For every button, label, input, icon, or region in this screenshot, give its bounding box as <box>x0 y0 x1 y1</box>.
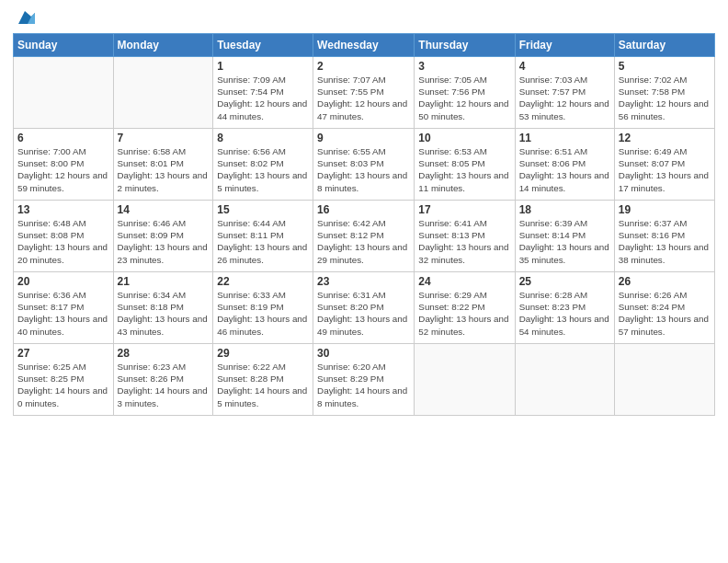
day-number: 8 <box>217 132 309 144</box>
week-row-2: 6Sunrise: 7:00 AM Sunset: 8:00 PM Daylig… <box>14 129 715 201</box>
day-cell <box>614 344 714 416</box>
weekday-wednesday: Wednesday <box>313 34 415 57</box>
day-number: 24 <box>418 275 510 288</box>
day-info: Sunrise: 7:09 AM Sunset: 7:54 PM Dayligh… <box>217 74 309 122</box>
day-number: 5 <box>619 60 711 73</box>
day-info: Sunrise: 6:53 AM Sunset: 8:05 PM Dayligh… <box>418 145 510 194</box>
day-cell: 12Sunrise: 6:49 AM Sunset: 8:07 PM Dayli… <box>614 129 714 201</box>
weekday-monday: Monday <box>113 34 213 57</box>
day-cell: 26Sunrise: 6:26 AM Sunset: 8:24 PM Dayli… <box>614 272 714 344</box>
day-cell: 18Sunrise: 6:39 AM Sunset: 8:14 PM Dayli… <box>515 201 614 272</box>
weekday-header-row: SundayMondayTuesdayWednesdayThursdayFrid… <box>14 34 715 57</box>
day-cell: 24Sunrise: 6:29 AM Sunset: 8:22 PM Dayli… <box>415 272 515 344</box>
day-info: Sunrise: 6:20 AM Sunset: 8:29 PM Dayligh… <box>317 361 410 409</box>
weekday-saturday: Saturday <box>614 34 714 57</box>
day-number: 1 <box>217 60 309 73</box>
day-number: 11 <box>519 132 610 144</box>
weekday-tuesday: Tuesday <box>213 34 313 57</box>
day-cell: 4Sunrise: 7:03 AM Sunset: 7:57 PM Daylig… <box>515 57 614 129</box>
day-number: 22 <box>217 275 309 288</box>
day-info: Sunrise: 6:48 AM Sunset: 8:08 PM Dayligh… <box>17 217 109 266</box>
day-number: 18 <box>519 203 610 216</box>
header <box>13 9 715 28</box>
day-cell: 21Sunrise: 6:34 AM Sunset: 8:18 PM Dayli… <box>113 272 213 344</box>
day-cell: 7Sunrise: 6:58 AM Sunset: 8:01 PM Daylig… <box>113 129 213 201</box>
day-info: Sunrise: 7:00 AM Sunset: 8:00 PM Dayligh… <box>17 145 109 194</box>
day-info: Sunrise: 6:25 AM Sunset: 8:25 PM Dayligh… <box>17 361 109 409</box>
day-number: 2 <box>317 60 410 73</box>
day-cell: 27Sunrise: 6:25 AM Sunset: 8:25 PM Dayli… <box>14 344 114 416</box>
day-info: Sunrise: 6:41 AM Sunset: 8:13 PM Dayligh… <box>418 217 510 266</box>
day-cell: 14Sunrise: 6:46 AM Sunset: 8:09 PM Dayli… <box>113 201 213 272</box>
week-row-5: 27Sunrise: 6:25 AM Sunset: 8:25 PM Dayli… <box>14 344 715 416</box>
calendar: SundayMondayTuesdayWednesdayThursdayFrid… <box>13 33 715 416</box>
day-info: Sunrise: 6:33 AM Sunset: 8:19 PM Dayligh… <box>217 289 309 338</box>
day-info: Sunrise: 6:51 AM Sunset: 8:06 PM Dayligh… <box>519 145 610 194</box>
logo-icon <box>15 7 35 28</box>
day-info: Sunrise: 6:55 AM Sunset: 8:03 PM Dayligh… <box>317 145 410 194</box>
day-info: Sunrise: 6:23 AM Sunset: 8:26 PM Dayligh… <box>118 361 210 409</box>
day-cell <box>515 344 614 416</box>
day-number: 27 <box>17 347 109 360</box>
weekday-thursday: Thursday <box>415 34 515 57</box>
day-cell: 8Sunrise: 6:56 AM Sunset: 8:02 PM Daylig… <box>213 129 313 201</box>
day-cell: 13Sunrise: 6:48 AM Sunset: 8:08 PM Dayli… <box>14 201 114 272</box>
day-cell: 28Sunrise: 6:23 AM Sunset: 8:26 PM Dayli… <box>113 344 213 416</box>
day-cell: 25Sunrise: 6:28 AM Sunset: 8:23 PM Dayli… <box>515 272 614 344</box>
day-info: Sunrise: 6:34 AM Sunset: 8:18 PM Dayligh… <box>118 289 210 338</box>
day-number: 9 <box>317 132 410 144</box>
day-number: 28 <box>118 347 210 360</box>
day-number: 25 <box>519 275 610 288</box>
day-cell: 23Sunrise: 6:31 AM Sunset: 8:20 PM Dayli… <box>313 272 415 344</box>
week-row-1: 1Sunrise: 7:09 AM Sunset: 7:54 PM Daylig… <box>14 57 715 129</box>
day-cell <box>113 57 213 129</box>
day-number: 3 <box>418 60 510 73</box>
day-number: 26 <box>619 275 711 288</box>
day-number: 14 <box>118 203 210 216</box>
day-number: 15 <box>217 203 309 216</box>
day-number: 23 <box>317 275 410 288</box>
day-cell: 5Sunrise: 7:02 AM Sunset: 7:58 PM Daylig… <box>614 57 714 129</box>
day-cell: 2Sunrise: 7:07 AM Sunset: 7:55 PM Daylig… <box>313 57 415 129</box>
day-info: Sunrise: 6:58 AM Sunset: 8:01 PM Dayligh… <box>118 145 210 194</box>
day-number: 16 <box>317 203 410 216</box>
day-info: Sunrise: 7:03 AM Sunset: 7:57 PM Dayligh… <box>519 74 610 122</box>
day-info: Sunrise: 6:22 AM Sunset: 8:28 PM Dayligh… <box>217 361 309 409</box>
day-number: 10 <box>418 132 510 144</box>
day-info: Sunrise: 6:28 AM Sunset: 8:23 PM Dayligh… <box>519 289 610 338</box>
day-info: Sunrise: 6:49 AM Sunset: 8:07 PM Dayligh… <box>619 145 711 194</box>
day-cell: 30Sunrise: 6:20 AM Sunset: 8:29 PM Dayli… <box>313 344 415 416</box>
day-info: Sunrise: 7:07 AM Sunset: 7:55 PM Dayligh… <box>317 74 410 122</box>
day-cell: 29Sunrise: 6:22 AM Sunset: 8:28 PM Dayli… <box>213 344 313 416</box>
day-number: 20 <box>17 275 109 288</box>
day-cell: 1Sunrise: 7:09 AM Sunset: 7:54 PM Daylig… <box>213 57 313 129</box>
day-number: 12 <box>619 132 711 144</box>
day-number: 30 <box>317 347 410 360</box>
day-info: Sunrise: 7:05 AM Sunset: 7:56 PM Dayligh… <box>418 74 510 122</box>
weekday-friday: Friday <box>515 34 614 57</box>
week-row-3: 13Sunrise: 6:48 AM Sunset: 8:08 PM Dayli… <box>14 201 715 272</box>
day-number: 29 <box>217 347 309 360</box>
day-info: Sunrise: 6:56 AM Sunset: 8:02 PM Dayligh… <box>217 145 309 194</box>
day-cell <box>415 344 515 416</box>
day-cell: 9Sunrise: 6:55 AM Sunset: 8:03 PM Daylig… <box>313 129 415 201</box>
day-info: Sunrise: 6:31 AM Sunset: 8:20 PM Dayligh… <box>317 289 410 338</box>
day-cell: 20Sunrise: 6:36 AM Sunset: 8:17 PM Dayli… <box>14 272 114 344</box>
day-cell: 10Sunrise: 6:53 AM Sunset: 8:05 PM Dayli… <box>415 129 515 201</box>
day-number: 4 <box>519 60 610 73</box>
day-info: Sunrise: 6:37 AM Sunset: 8:16 PM Dayligh… <box>619 217 711 266</box>
day-info: Sunrise: 6:26 AM Sunset: 8:24 PM Dayligh… <box>619 289 711 338</box>
day-cell: 17Sunrise: 6:41 AM Sunset: 8:13 PM Dayli… <box>415 201 515 272</box>
day-cell: 22Sunrise: 6:33 AM Sunset: 8:19 PM Dayli… <box>213 272 313 344</box>
day-number: 17 <box>418 203 510 216</box>
day-info: Sunrise: 6:44 AM Sunset: 8:11 PM Dayligh… <box>217 217 309 266</box>
day-cell: 3Sunrise: 7:05 AM Sunset: 7:56 PM Daylig… <box>415 57 515 129</box>
day-info: Sunrise: 7:02 AM Sunset: 7:58 PM Dayligh… <box>619 74 711 122</box>
logo <box>13 9 35 28</box>
day-cell: 11Sunrise: 6:51 AM Sunset: 8:06 PM Dayli… <box>515 129 614 201</box>
page: SundayMondayTuesdayWednesdayThursdayFrid… <box>0 0 728 563</box>
day-number: 6 <box>17 132 109 144</box>
day-number: 7 <box>118 132 210 144</box>
day-number: 19 <box>619 203 711 216</box>
day-number: 13 <box>17 203 109 216</box>
